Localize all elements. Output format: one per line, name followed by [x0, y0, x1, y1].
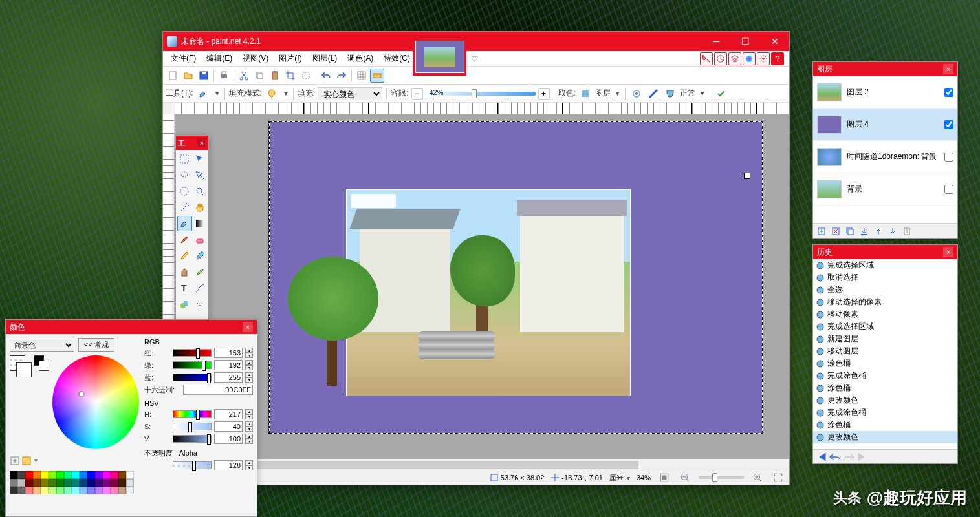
palette-swatch[interactable] [111, 487, 118, 494]
tools-titlebar[interactable]: 工× [176, 136, 208, 150]
palette-swatch[interactable] [56, 471, 64, 479]
settings-icon[interactable] [757, 52, 770, 65]
move-up-icon[interactable] [872, 225, 885, 238]
layer-visibility-checkbox[interactable] [944, 185, 953, 194]
brush-tool[interactable] [177, 232, 192, 248]
blue-input[interactable] [214, 372, 243, 383]
maximize-button[interactable]: ☐ [731, 32, 760, 51]
paste-icon[interactable] [268, 69, 282, 83]
layer-visibility-checkbox[interactable] [944, 153, 953, 162]
fullscreen-icon[interactable] [771, 470, 785, 485]
history-row[interactable]: 更改颜色 [813, 394, 957, 406]
zoom-out-icon[interactable] [678, 470, 692, 485]
palette-swatch[interactable] [41, 479, 49, 487]
more-less-button[interactable]: << 常规 [78, 338, 114, 352]
undo-icon[interactable] [319, 69, 333, 83]
color-wheel[interactable] [52, 355, 140, 449]
wand-tool[interactable] [177, 200, 192, 215]
palette-swatch[interactable] [80, 487, 87, 494]
history-titlebar[interactable]: 历史× [813, 245, 957, 259]
layer-visibility-checkbox[interactable] [944, 88, 953, 97]
sat-input[interactable] [214, 421, 243, 432]
deselect-icon[interactable] [299, 69, 313, 83]
fit-window-icon[interactable] [657, 470, 671, 485]
palette-swatch[interactable] [126, 487, 134, 494]
current-tool-icon[interactable] [196, 87, 210, 101]
history-row[interactable]: 完成选择区域 [813, 259, 957, 271]
menu-view[interactable]: 视图(V) [237, 51, 274, 66]
fill-select[interactable]: 实心颜色 [318, 87, 382, 100]
palette-swatch[interactable] [33, 487, 41, 494]
palette-swatch[interactable] [72, 471, 80, 479]
palette-swatch[interactable] [10, 479, 17, 487]
unit-dropdown-icon[interactable]: ▾ [627, 474, 630, 481]
history-row[interactable]: 涂色桶 [813, 357, 957, 370]
alpha-slider[interactable] [173, 461, 212, 469]
blend-icon[interactable] [663, 87, 677, 101]
palette-swatch[interactable] [103, 487, 111, 494]
palette-swatch[interactable] [118, 471, 126, 479]
document-thumbnail[interactable] [413, 38, 466, 76]
palette-swatch[interactable] [95, 471, 103, 479]
history-row[interactable]: 移动图层 [813, 345, 957, 357]
hex-input[interactable] [183, 385, 253, 395]
shape-dropdown[interactable] [193, 297, 208, 312]
layers-close-icon[interactable]: × [943, 64, 953, 74]
history-close-icon[interactable]: × [943, 247, 953, 257]
menu-image[interactable]: 图片(I) [274, 51, 307, 66]
palette-swatch[interactable] [33, 479, 41, 487]
ellipse-select-tool[interactable] [177, 184, 192, 199]
print-icon[interactable] [217, 69, 231, 83]
layer-row[interactable]: 图层 2 [813, 76, 957, 109]
alpha-input[interactable] [214, 460, 243, 470]
palette-swatch[interactable] [56, 487, 64, 494]
color-palette[interactable] [10, 471, 139, 494]
palette-swatch[interactable] [80, 471, 87, 479]
palette-swatch[interactable] [25, 479, 33, 487]
eraser-tool[interactable] [193, 232, 208, 248]
tolerance-plus[interactable]: + [538, 88, 550, 100]
new-file-icon[interactable] [166, 69, 180, 83]
color-channel-select[interactable]: 前景色 [10, 339, 74, 352]
palette-swatch[interactable] [118, 487, 126, 494]
history-row[interactable]: 新建图层 [813, 333, 957, 345]
palette-swatch[interactable] [111, 471, 118, 479]
palette-swatch[interactable] [87, 471, 95, 479]
antialias-icon[interactable] [646, 87, 660, 101]
red-input[interactable] [214, 348, 243, 358]
bucket-tool[interactable] [177, 216, 192, 231]
text-tool[interactable]: T [177, 280, 192, 296]
palette-swatch[interactable] [25, 471, 33, 479]
tools-toggle-icon[interactable] [700, 52, 713, 65]
palette-swatch[interactable] [64, 487, 72, 494]
canvas[interactable] [268, 121, 763, 434]
palette-swatch[interactable] [64, 479, 72, 487]
tool-dropdown-icon[interactable]: ▼ [214, 90, 221, 97]
canvas-viewport[interactable] [175, 114, 789, 470]
val-input[interactable] [214, 434, 243, 444]
undo-step-icon[interactable] [829, 451, 841, 463]
tools-close-icon[interactable]: × [197, 138, 206, 147]
delete-layer-icon[interactable] [829, 225, 842, 238]
fast-forward-icon[interactable] [856, 451, 868, 463]
history-row[interactable]: 完成选择区域 [813, 321, 957, 333]
layers-toggle-icon[interactable] [728, 52, 741, 65]
palette-swatch[interactable] [111, 479, 118, 487]
sample-icon[interactable] [578, 87, 593, 101]
recolor-tool[interactable] [193, 264, 208, 280]
history-row[interactable]: 移动选择的像素 [813, 296, 957, 308]
palette-swatch[interactable] [95, 479, 103, 487]
menu-adjust[interactable]: 调色(A) [342, 51, 378, 66]
palette-swatch[interactable] [95, 487, 103, 494]
palette-swatch[interactable] [10, 471, 17, 479]
green-slider[interactable] [173, 361, 212, 369]
rect-select-tool[interactable] [177, 151, 192, 167]
colors-toggle-icon[interactable] [743, 52, 756, 65]
crop-icon[interactable] [283, 69, 298, 83]
hue-slider[interactable] [173, 410, 212, 418]
palette-menu-icon[interactable] [21, 456, 32, 466]
pan-tool[interactable] [193, 200, 208, 215]
sat-slider[interactable] [173, 423, 212, 430]
open-file-icon[interactable] [181, 69, 195, 83]
finalize-icon[interactable] [714, 87, 728, 101]
